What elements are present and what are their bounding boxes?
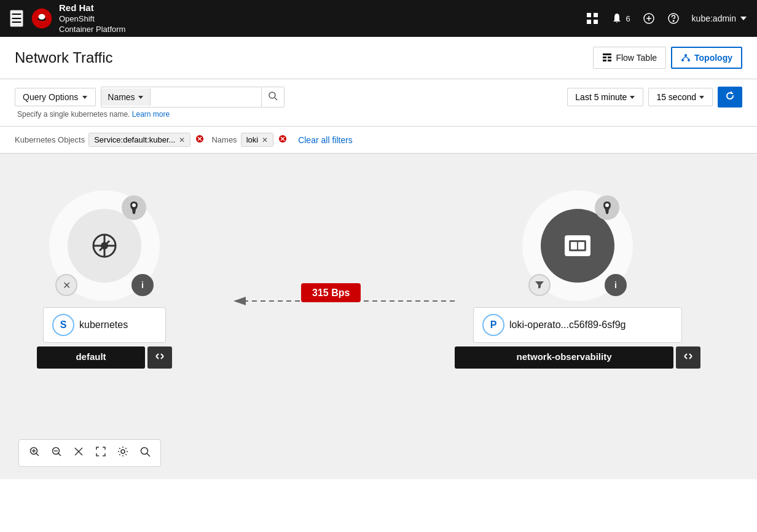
node-loki-info[interactable]: i xyxy=(605,274,627,296)
svg-point-58 xyxy=(121,450,125,453)
node-kubernetes-collapse-button[interactable] xyxy=(147,346,172,369)
chevron-down-icon xyxy=(629,95,635,100)
node-loki-namespace: network-observability xyxy=(455,346,673,369)
refresh-rate-dropdown[interactable]: 15 second xyxy=(648,88,713,106)
learn-more-link[interactable]: Learn more xyxy=(132,110,170,119)
svg-point-16 xyxy=(684,54,687,57)
svg-point-21 xyxy=(269,92,275,98)
svg-rect-3 xyxy=(594,13,598,17)
filter-type-dropdown[interactable]: Names xyxy=(101,88,150,106)
edge-label: 315 Bps xyxy=(301,288,361,299)
node-kubernetes-label-card: S kubernetes xyxy=(43,307,166,343)
layout-settings-button[interactable] xyxy=(114,444,132,463)
svg-point-18 xyxy=(688,59,690,61)
fit-view-button[interactable] xyxy=(92,444,110,463)
question-circle-icon xyxy=(667,12,680,25)
flow-table-label: Flow Table xyxy=(616,53,657,63)
hamburger-menu[interactable]: ☰ xyxy=(10,10,23,27)
search-icon xyxy=(268,91,278,101)
collapse-icon xyxy=(155,351,165,361)
chevron-down-icon xyxy=(699,95,705,100)
svg-line-37 xyxy=(156,356,159,359)
topology-icon xyxy=(681,53,691,63)
reset-button[interactable] xyxy=(69,444,88,463)
svg-point-10 xyxy=(673,20,674,22)
filter-chip-1-text: Service:default:kuber... xyxy=(94,135,175,144)
node-loki-collapse-button[interactable] xyxy=(676,346,700,369)
search-icon xyxy=(139,446,151,457)
node-kubernetes: i ✕ S kubernetes default xyxy=(37,190,172,369)
node-loki-filter[interactable] xyxy=(528,274,551,296)
filter-bar: Kubernetes Objects Service:default:kuber… xyxy=(0,127,757,154)
user-label: kube:admin xyxy=(692,14,736,23)
notifications-button[interactable]: 6 xyxy=(611,12,630,25)
brand-name: Red Hat xyxy=(59,2,125,14)
redhat-logo-icon xyxy=(31,7,53,29)
time-range-label: Last 5 minute xyxy=(575,92,627,102)
pod-icon xyxy=(559,227,597,265)
svg-line-54 xyxy=(58,453,61,456)
kubernetes-objects-filter-group: Kubernetes Objects Service:default:kuber… xyxy=(15,133,204,147)
names-filter-group: Names loki ✕ xyxy=(211,133,287,147)
node-kubernetes-info[interactable]: i xyxy=(131,274,154,296)
page-title: Network Traffic xyxy=(15,49,113,66)
svg-point-17 xyxy=(681,59,684,61)
svg-rect-43 xyxy=(578,242,584,249)
filter-chip-1-close[interactable]: ✕ xyxy=(179,136,185,144)
node-loki: i P loki-operato...c56f89-6sf9g network-… xyxy=(455,190,700,369)
collapse-icon xyxy=(683,351,693,361)
svg-line-20 xyxy=(686,57,689,59)
svg-line-39 xyxy=(161,356,163,359)
topology-tab[interactable]: Topology xyxy=(671,47,742,69)
brand: Red Hat OpenShift Container Platform xyxy=(31,2,125,34)
close-circle-icon xyxy=(278,135,287,143)
header-actions: Flow Table Topology xyxy=(593,47,742,69)
brand-product: Container Platform xyxy=(59,25,125,35)
node-loki-name: loki-operato...c56f89-6sf9g xyxy=(509,319,626,331)
svg-point-35 xyxy=(132,203,136,207)
bottom-controls xyxy=(18,439,161,467)
filter-group: Names xyxy=(101,87,284,108)
node-loki-namespace-bar: network-observability xyxy=(455,346,700,369)
svg-rect-13 xyxy=(608,57,611,58)
chevron-down-icon xyxy=(138,95,144,100)
node-loki-icon xyxy=(541,209,614,283)
page-header: Network Traffic Flow Table Topology xyxy=(0,37,757,79)
grid-icon xyxy=(586,12,598,25)
filter-chip-2-close[interactable]: ✕ xyxy=(262,136,268,144)
query-options-button[interactable]: Query Options xyxy=(15,88,96,106)
time-range-dropdown[interactable]: Last 5 minute xyxy=(567,88,643,106)
filter-group2-close[interactable] xyxy=(278,135,287,145)
refresh-button[interactable] xyxy=(718,87,742,108)
svg-rect-11 xyxy=(603,53,611,55)
zoom-in-button[interactable] xyxy=(25,444,44,463)
svg-rect-14 xyxy=(603,60,606,61)
node-kubernetes-pin[interactable] xyxy=(122,195,146,220)
node-loki-pin[interactable] xyxy=(595,195,619,220)
help-button[interactable] xyxy=(667,12,680,25)
svg-line-19 xyxy=(683,57,686,59)
svg-rect-5 xyxy=(594,20,598,24)
table-icon xyxy=(602,53,612,63)
svg-line-22 xyxy=(275,98,277,100)
filter-chip-2: loki ✕ xyxy=(241,133,274,147)
fit-view-icon xyxy=(95,446,106,457)
add-button[interactable] xyxy=(643,12,655,25)
zoom-out-button[interactable] xyxy=(47,444,66,463)
topology-canvas: 315 Bps xyxy=(0,154,757,479)
apps-grid-button[interactable] xyxy=(586,12,598,25)
zoom-out-icon xyxy=(51,446,62,457)
svg-rect-42 xyxy=(571,242,577,249)
svg-line-45 xyxy=(684,354,687,356)
flow-table-tab[interactable]: Flow Table xyxy=(593,47,666,69)
node-loki-type-badge: P xyxy=(482,314,504,336)
user-menu[interactable]: kube:admin xyxy=(692,14,747,23)
search-input[interactable] xyxy=(151,88,261,106)
search-topology-button[interactable] xyxy=(136,444,154,463)
clear-filters-button[interactable]: Clear all filters xyxy=(294,134,356,146)
service-icon xyxy=(86,227,123,264)
node-kubernetes-close[interactable]: ✕ xyxy=(55,274,77,296)
filter-group1-label: Kubernetes Objects xyxy=(15,135,85,144)
search-button[interactable] xyxy=(261,87,284,107)
filter-group1-close[interactable] xyxy=(195,135,204,145)
